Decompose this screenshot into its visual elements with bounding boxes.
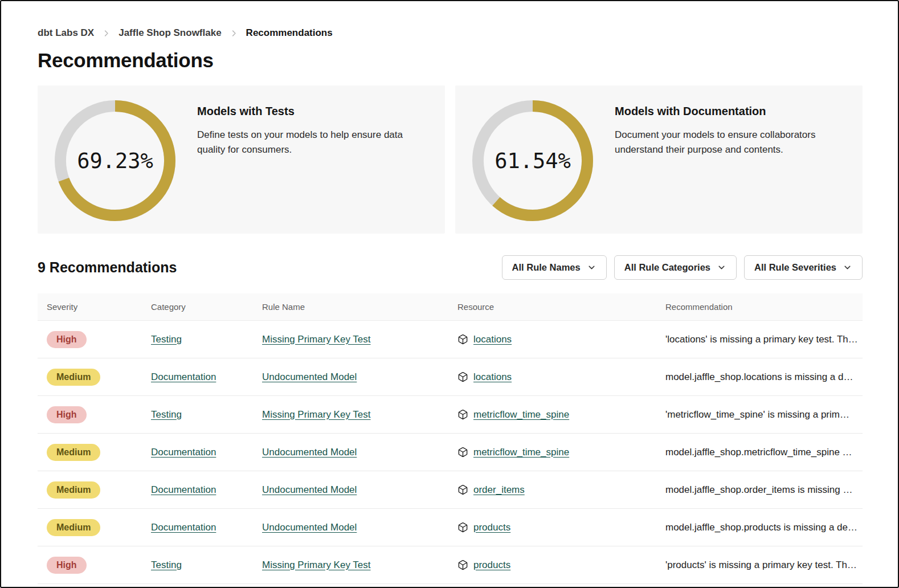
severity-badge: Medium xyxy=(47,519,100,536)
category-link[interactable]: Testing xyxy=(151,334,182,345)
rule-name-link[interactable]: Undocumented Model xyxy=(262,522,357,533)
rule-name-link[interactable]: Missing Primary Key Test xyxy=(262,334,371,345)
table-row: Medium Documentation Undocumented Model … xyxy=(38,434,863,471)
model-box-icon xyxy=(457,334,468,345)
recommendations-table: Severity Category Rule Name Resource Rec… xyxy=(38,293,863,584)
recommendation-text: model.jaffle_shop.order_items is missing… xyxy=(656,484,863,496)
severity-cell: Medium xyxy=(38,481,142,499)
chevron-right-icon xyxy=(230,29,238,38)
rule-name-cell: Undocumented Model xyxy=(253,522,448,533)
rule-name-cell: Missing Primary Key Test xyxy=(253,560,448,571)
severity-cell: High xyxy=(38,406,142,423)
breadcrumb-link-project[interactable]: Jaffle Shop Snowflake xyxy=(118,27,221,39)
rule-name-cell: Missing Primary Key Test xyxy=(253,409,448,420)
chevron-right-icon xyxy=(102,29,111,38)
resource-link[interactable]: products xyxy=(473,560,510,571)
recommendation-text: model.jaffle_shop.products is missing a … xyxy=(656,522,863,533)
resource-link[interactable]: metricflow_time_spine xyxy=(473,409,569,420)
models-with-tests-card: 69.23% Models with Tests Define tests on… xyxy=(38,85,445,234)
column-header-category: Category xyxy=(142,293,253,320)
chevron-down-icon xyxy=(717,263,726,272)
resource-cell: locations xyxy=(448,334,656,345)
resource-cell: products xyxy=(448,560,656,571)
resource-cell: metricflow_time_spine xyxy=(448,409,656,420)
rule-name-link[interactable]: Missing Primary Key Test xyxy=(262,409,371,420)
filter-label: All Rule Categories xyxy=(624,262,710,273)
rule-categories-filter-dropdown[interactable]: All Rule Categories xyxy=(614,255,737,280)
resource-link[interactable]: locations xyxy=(473,334,512,345)
documentation-percent-value: 61.54% xyxy=(472,100,593,221)
card-text: Models with Tests Define tests on your m… xyxy=(197,100,428,157)
recommendation-text: 'locations' is missing a primary key tes… xyxy=(656,334,863,345)
resource-link[interactable]: order_items xyxy=(473,484,525,496)
breadcrumb-link-account[interactable]: dbt Labs DX xyxy=(38,27,94,39)
card-description: Define tests on your models to help ensu… xyxy=(197,128,428,157)
chevron-down-icon xyxy=(843,263,852,272)
model-box-icon xyxy=(457,484,468,495)
severity-badge: High xyxy=(47,406,87,423)
filter-label: All Rule Names xyxy=(512,262,581,273)
category-link[interactable]: Documentation xyxy=(151,484,216,495)
model-box-icon xyxy=(457,560,468,570)
severity-cell: High xyxy=(38,331,142,348)
recommendations-count-title: 9 Recommendations xyxy=(38,259,177,276)
breadcrumb: dbt Labs DX Jaffle Shop Snowflake Recomm… xyxy=(38,27,863,39)
category-link[interactable]: Testing xyxy=(151,409,182,420)
category-link[interactable]: Documentation xyxy=(151,522,216,533)
category-cell: Documentation xyxy=(142,447,253,458)
table-row: Medium Documentation Undocumented Model … xyxy=(38,471,863,509)
models-with-documentation-card: 61.54% Models with Documentation Documen… xyxy=(455,85,863,234)
resource-cell: locations xyxy=(448,371,656,383)
column-header-resource: Resource xyxy=(448,293,656,320)
recommendation-text: 'products' is missing a primary key test… xyxy=(656,560,863,571)
rule-name-link[interactable]: Undocumented Model xyxy=(262,371,357,382)
severity-cell: High xyxy=(38,557,142,574)
table-row: Medium Documentation Undocumented Model … xyxy=(38,358,863,396)
category-cell: Documentation xyxy=(142,484,253,496)
model-box-icon xyxy=(457,447,468,458)
table-row: High Testing Missing Primary Key Test lo… xyxy=(38,321,863,358)
tests-percent-value: 69.23% xyxy=(55,100,175,221)
rule-name-link[interactable]: Undocumented Model xyxy=(262,447,357,458)
severity-badge: High xyxy=(47,557,87,574)
category-cell: Testing xyxy=(142,409,253,420)
rule-name-link[interactable]: Undocumented Model xyxy=(262,484,357,495)
resource-link[interactable]: metricflow_time_spine xyxy=(473,447,569,458)
filter-label: All Rule Severities xyxy=(754,262,836,273)
category-link[interactable]: Testing xyxy=(151,560,182,570)
app-window: dbt Labs DX Jaffle Shop Snowflake Recomm… xyxy=(0,0,899,588)
recommendation-text: 'metricflow_time_spine' is missing a pri… xyxy=(656,409,863,420)
category-cell: Documentation xyxy=(142,371,253,383)
metric-cards: 69.23% Models with Tests Define tests on… xyxy=(38,85,863,234)
column-header-severity: Severity xyxy=(38,293,142,320)
severity-cell: Medium xyxy=(38,519,142,536)
table-row: High Testing Missing Primary Key Test pr… xyxy=(38,546,863,584)
breadcrumb-current-page: Recommendations xyxy=(246,27,333,39)
column-header-recommendation: Recommendation xyxy=(656,293,863,320)
model-box-icon xyxy=(457,409,468,420)
filter-bar: 9 Recommendations All Rule Names All Rul… xyxy=(38,255,863,280)
severity-badge: Medium xyxy=(47,481,100,499)
rule-name-cell: Undocumented Model xyxy=(253,447,448,458)
category-link[interactable]: Documentation xyxy=(151,371,216,382)
rule-severities-filter-dropdown[interactable]: All Rule Severities xyxy=(744,255,863,280)
recommendation-text: model.jaffle_shop.metricflow_time_spine … xyxy=(656,447,863,458)
model-box-icon xyxy=(457,522,468,533)
resource-link[interactable]: products xyxy=(473,522,510,533)
resource-cell: products xyxy=(448,522,656,533)
table-header: Severity Category Rule Name Resource Rec… xyxy=(38,293,863,321)
card-description: Document your models to ensure collabora… xyxy=(615,128,845,157)
tests-donut-chart: 69.23% xyxy=(55,100,175,221)
card-title: Models with Tests xyxy=(197,105,428,118)
rule-names-filter-dropdown[interactable]: All Rule Names xyxy=(502,255,607,280)
category-cell: Testing xyxy=(142,560,253,571)
table-row: Medium Documentation Undocumented Model … xyxy=(38,509,863,546)
resource-link[interactable]: locations xyxy=(473,371,512,383)
rule-name-link[interactable]: Missing Primary Key Test xyxy=(262,560,371,570)
rule-name-cell: Missing Primary Key Test xyxy=(253,334,448,345)
filter-buttons: All Rule Names All Rule Categories All R… xyxy=(502,255,863,280)
category-link[interactable]: Documentation xyxy=(151,447,216,458)
category-cell: Testing xyxy=(142,334,253,345)
model-box-icon xyxy=(457,371,468,382)
severity-cell: Medium xyxy=(38,369,142,386)
